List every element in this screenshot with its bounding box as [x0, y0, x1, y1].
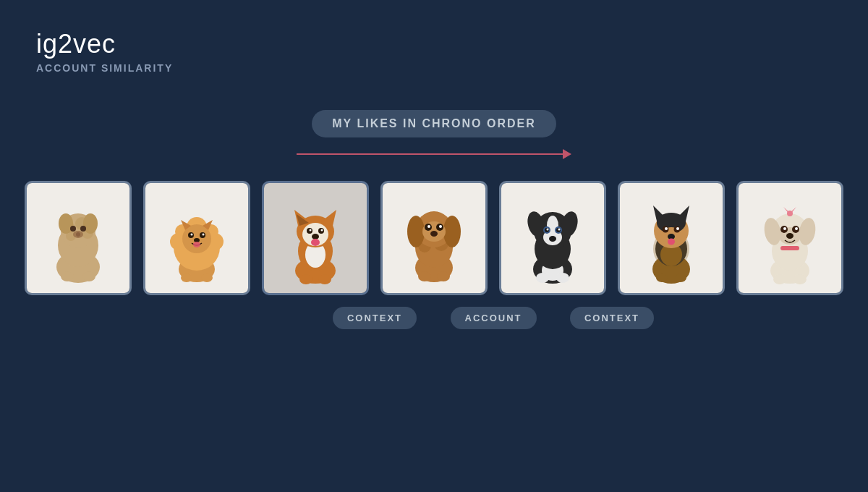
chrono-label: MY LIKES IN CHRONO ORDER: [312, 110, 556, 137]
images-row: [25, 181, 843, 295]
main-content: MY LIKES IN CHRONO ORDER: [36, 110, 832, 329]
svg-point-74: [549, 236, 556, 242]
svg-point-90: [656, 273, 668, 282]
svg-point-105: [773, 274, 786, 284]
svg-point-28: [193, 242, 200, 247]
arrow-head-icon: [563, 149, 571, 159]
labels-row: CONTEXT ACCOUNT CONTEXT: [203, 307, 665, 329]
svg-point-103: [787, 211, 793, 216]
svg-point-41: [311, 239, 320, 246]
svg-point-86: [665, 227, 668, 230]
svg-point-39: [320, 229, 323, 231]
context-left-badge: CONTEXT: [333, 307, 417, 329]
svg-point-9: [70, 226, 76, 232]
svg-point-51: [443, 216, 461, 247]
app-container: ig2vec ACCOUNT SIMILARITY MY LIKES IN CH…: [0, 0, 868, 492]
svg-point-89: [668, 238, 675, 245]
svg-point-76: [556, 273, 569, 283]
dog-card-3[interactable]: [262, 181, 369, 295]
svg-point-40: [312, 234, 319, 239]
svg-point-56: [439, 225, 442, 228]
dog-card-1[interactable]: [25, 181, 132, 295]
arrow-line: [297, 153, 563, 155]
svg-point-100: [783, 227, 786, 230]
svg-point-106: [793, 274, 807, 284]
dog-card-7[interactable]: [736, 181, 843, 295]
dog-card-5[interactable]: [499, 181, 606, 295]
svg-point-42: [299, 274, 312, 284]
svg-point-59: [437, 271, 450, 281]
context-right-badge: CONTEXT: [570, 307, 654, 329]
svg-point-101: [795, 227, 798, 230]
label-badge-context-left: CONTEXT: [321, 307, 428, 329]
svg-point-7: [59, 213, 73, 234]
timeline-arrow: [297, 149, 571, 159]
svg-point-25: [191, 233, 193, 235]
svg-point-72: [546, 228, 548, 230]
dog-card-4[interactable]: [380, 181, 488, 295]
dog-card-2[interactable]: [143, 181, 250, 295]
logo: ig2vec: [36, 29, 832, 59]
svg-point-55: [427, 225, 430, 228]
svg-point-91: [675, 273, 686, 282]
svg-point-13: [61, 271, 74, 281]
svg-rect-104: [780, 246, 799, 250]
svg-point-14: [82, 271, 95, 281]
svg-point-12: [76, 232, 80, 237]
svg-point-75: [536, 273, 549, 283]
svg-point-38: [309, 229, 311, 231]
svg-point-10: [80, 226, 86, 232]
svg-point-26: [203, 233, 205, 235]
svg-point-73: [558, 228, 560, 230]
svg-point-58: [418, 271, 431, 281]
svg-point-50: [407, 216, 425, 247]
svg-point-29: [181, 273, 192, 282]
svg-point-8: [83, 213, 98, 234]
svg-point-87: [676, 227, 679, 230]
label-badge-context-right: CONTEXT: [558, 307, 665, 329]
svg-point-57: [430, 231, 438, 237]
dog-card-6[interactable]: [618, 181, 725, 295]
svg-point-102: [786, 233, 793, 239]
svg-point-30: [201, 273, 213, 282]
label-badge-account: ACCOUNT: [440, 307, 547, 329]
subtitle: ACCOUNT SIMILARITY: [36, 62, 832, 74]
svg-point-43: [318, 274, 331, 284]
account-badge: ACCOUNT: [451, 307, 537, 329]
